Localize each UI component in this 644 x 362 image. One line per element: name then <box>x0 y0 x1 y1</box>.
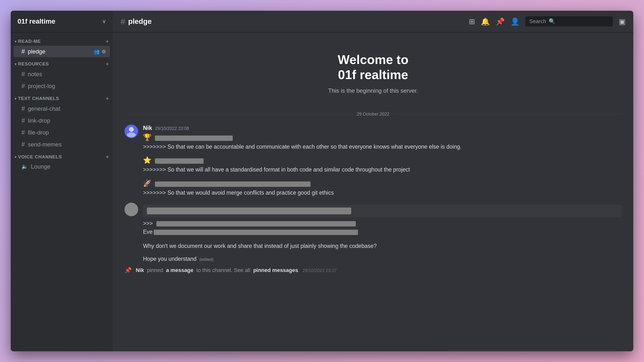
section-add-text-channels[interactable]: + <box>106 96 109 102</box>
channel-header-hash-icon: # <box>121 17 125 26</box>
message-text-blurred-partial: >>> <box>143 219 622 228</box>
channel-item-project-log[interactable]: # project-log <box>14 80 110 92</box>
channel-header: # pledge ⊞ 🔔 📌 👤 Search 🔍 ▣ <box>113 11 633 32</box>
inbox-icon[interactable]: ▣ <box>619 17 626 26</box>
blurred-bar-5 <box>156 221 356 226</box>
section-text-channels: ▾ TEXT CHANNELS + # general-chat # link-… <box>11 94 113 150</box>
section-add-resources[interactable]: + <box>106 61 109 67</box>
channel-item-link-drop[interactable]: # link-drop <box>14 115 110 126</box>
section-title-read-me: READ-ME <box>18 39 41 44</box>
channel-name-send-memes: send-memes <box>28 141 62 148</box>
channel-item-file-drop[interactable]: # file-drop <box>14 127 110 138</box>
voice-channel-lounge[interactable]: 🔈 Lounge <box>14 161 110 172</box>
section-chevron-resources: ▾ <box>14 62 16 66</box>
pin-author: Nik <box>136 267 144 273</box>
message-header-nik: Nik 29/10/2022 23:08 <box>143 124 622 131</box>
sidebar: 01f realtime ∨ ▾ READ-ME + # pledge 👥 <box>11 11 113 351</box>
star-emoji: ⭐ <box>143 156 152 164</box>
channel-name-general-chat: general-chat <box>28 105 60 112</box>
section-resources: ▾ RESOURCES + # notes # project-log <box>11 59 113 92</box>
channel-header-right: ⊞ 🔔 📌 👤 Search 🔍 ▣ <box>469 16 626 26</box>
blurred-bar-4 <box>147 208 351 214</box>
channel-item-general-chat[interactable]: # general-chat <box>14 103 110 114</box>
message-continuation-1: Why don't we document our work and share… <box>124 242 622 263</box>
channel-name-notes: notes <box>28 71 42 78</box>
messages-area: Welcome to01f realtime This is the begin… <box>113 32 633 351</box>
blurred-bar-3 <box>155 182 310 187</box>
message-text-accountability: >>>>>>> So that we can be accountable an… <box>143 142 622 151</box>
welcome-title: Welcome to01f realtime <box>124 52 622 82</box>
message-group-nik: Nik 29/10/2022 23:08 🏆 >>>>>>> So that w… <box>124 124 622 197</box>
section-header-resources[interactable]: ▾ RESOURCES + <box>11 59 113 68</box>
section-header-text-channels[interactable]: ▾ TEXT CHANNELS + <box>11 94 113 102</box>
channel-header-name: pledge <box>128 17 152 26</box>
edited-tag: (edited) <box>200 257 214 262</box>
voice-channel-name-lounge: Lounge <box>31 163 50 170</box>
message-content-blurred: >>> Eve <box>143 203 622 236</box>
message-text-whydoc: Why don't we document our work and share… <box>143 242 622 250</box>
pin-icon[interactable]: 📌 <box>496 17 505 26</box>
hash-icon-notes: # <box>22 70 25 78</box>
avatar-nik <box>124 124 138 138</box>
hash-icon-file-drop: # <box>22 129 25 136</box>
message-text-gitethics: >>>>>>> So that we would avoid merge con… <box>143 188 622 197</box>
blurred-box <box>143 204 622 217</box>
channel-item-pledge[interactable]: # pledge 👥 ⚙ <box>14 46 110 57</box>
date-divider-text: 29 October 2022 <box>357 112 389 117</box>
channel-name-file-drop: file-drop <box>28 129 49 136</box>
section-header-read-me[interactable]: ▾ READ-ME + <box>11 36 113 45</box>
pin-message: 📌 Nik pinned a message to this channel. … <box>124 265 622 276</box>
section-title-resources: RESOURCES <box>18 61 49 67</box>
channel-item-notes[interactable]: # notes <box>14 68 110 80</box>
message-content-continuation: Why don't we document our work and share… <box>143 242 622 263</box>
section-add-read-me[interactable]: + <box>106 38 109 44</box>
bell-icon[interactable]: 🔔 <box>481 17 490 26</box>
section-title-voice-channels: VOICE CHANNELS <box>18 154 62 160</box>
threads-icon[interactable]: ⊞ <box>469 17 475 26</box>
section-chevron-voice-channels: ▾ <box>14 155 16 159</box>
channel-header-left: # pledge <box>121 17 152 26</box>
hash-icon-general-chat: # <box>22 105 25 112</box>
blurred-bar-6 <box>154 230 358 235</box>
search-bar[interactable]: Search 🔍 <box>525 16 613 26</box>
svg-point-2 <box>127 132 136 137</box>
channel-actions-pledge: 👥 ⚙ <box>94 49 106 54</box>
channel-list: ▾ READ-ME + # pledge 👥 ⚙ <box>11 32 113 351</box>
channel-item-send-memes[interactable]: # send-memes <box>14 139 110 150</box>
message-text-standardised: >>>>>>> So that we will all have a stand… <box>143 166 622 174</box>
rocket-emoji: 🚀 <box>143 180 152 187</box>
server-name: 01f realtime <box>18 18 56 25</box>
section-chevron-read-me: ▾ <box>14 39 16 44</box>
avatar-blurred <box>124 203 138 216</box>
hash-icon-send-memes: # <box>22 140 25 148</box>
message-time-nik: 29/10/2022 23:08 <box>155 126 189 131</box>
pin-timestamp: 29/10/2022 23:17 <box>302 268 336 273</box>
pin-link-message[interactable]: a message <box>166 267 194 273</box>
welcome-subtitle: This is the beginning of this server. <box>124 87 622 94</box>
section-chevron-text-channels: ▾ <box>14 96 16 101</box>
manage-users-icon[interactable]: 👥 <box>94 49 100 54</box>
svg-point-1 <box>129 127 134 132</box>
message-line-star: ⭐ <box>143 155 622 166</box>
section-voice-channels: ▾ VOICE CHANNELS + 🔈 Lounge <box>11 152 113 172</box>
members-icon[interactable]: 👤 <box>510 17 520 26</box>
server-header[interactable]: 01f realtime ∨ <box>11 11 113 32</box>
section-add-voice-channels[interactable]: + <box>106 154 109 160</box>
welcome-section: Welcome to01f realtime This is the begin… <box>124 32 622 104</box>
pin-link-pinned[interactable]: pinned messages <box>253 267 298 273</box>
speaker-icon: 🔈 <box>22 164 28 170</box>
search-icon: 🔍 <box>549 18 555 24</box>
settings-icon[interactable]: ⚙ <box>102 49 106 54</box>
hash-icon-project-log: # <box>22 82 25 90</box>
section-read-me: ▾ READ-ME + # pledge 👥 ⚙ <box>11 36 113 57</box>
avatar-space <box>124 242 138 263</box>
trophy-emoji: 🏆 <box>143 134 152 141</box>
section-header-voice-channels[interactable]: ▾ VOICE CHANNELS + <box>11 152 113 161</box>
message-author-nik: Nik <box>143 124 152 131</box>
channel-name-project-log: project-log <box>28 83 55 90</box>
pin-notification-icon: 📌 <box>124 267 132 274</box>
app-window: 01f realtime ∨ ▾ READ-ME + # pledge 👥 <box>11 11 633 351</box>
blurred-bar-1 <box>155 136 233 141</box>
channel-name-pledge: pledge <box>28 48 45 55</box>
channel-name-link-drop: link-drop <box>28 117 50 124</box>
